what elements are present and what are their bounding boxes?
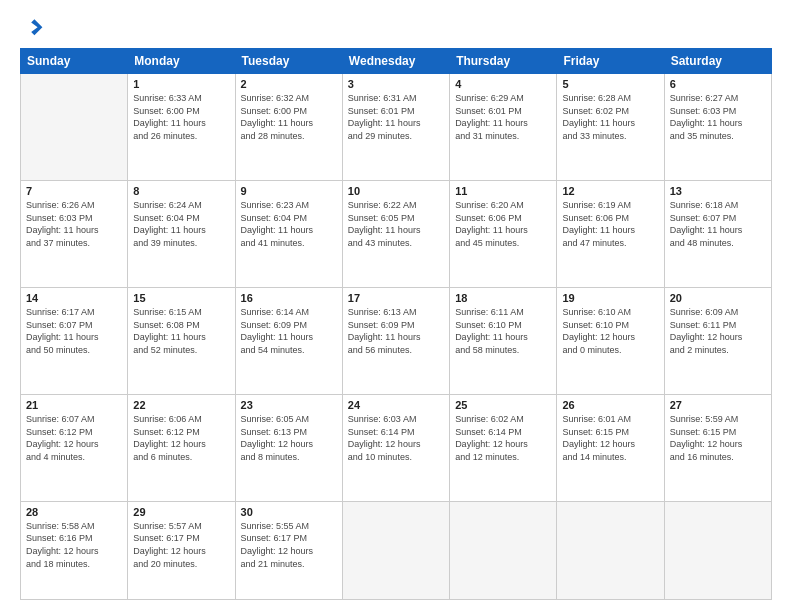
calendar-cell: 5Sunrise: 6:28 AM Sunset: 6:02 PM Daylig… [557,74,664,181]
column-header-monday: Monday [128,49,235,74]
calendar-cell: 16Sunrise: 6:14 AM Sunset: 6:09 PM Dayli… [235,287,342,394]
day-number: 10 [348,185,444,197]
calendar-cell: 28Sunrise: 5:58 AM Sunset: 6:16 PM Dayli… [21,501,128,599]
day-number: 14 [26,292,122,304]
calendar-cell: 1Sunrise: 6:33 AM Sunset: 6:00 PM Daylig… [128,74,235,181]
calendar-cell: 7Sunrise: 6:26 AM Sunset: 6:03 PM Daylig… [21,180,128,287]
day-number: 7 [26,185,122,197]
logo-icon [20,16,44,40]
day-info: Sunrise: 6:23 AM Sunset: 6:04 PM Dayligh… [241,199,337,249]
calendar: SundayMondayTuesdayWednesdayThursdayFrid… [20,48,772,600]
calendar-cell: 10Sunrise: 6:22 AM Sunset: 6:05 PM Dayli… [342,180,449,287]
column-header-wednesday: Wednesday [342,49,449,74]
calendar-cell: 6Sunrise: 6:27 AM Sunset: 6:03 PM Daylig… [664,74,771,181]
calendar-cell [557,501,664,599]
calendar-cell: 3Sunrise: 6:31 AM Sunset: 6:01 PM Daylig… [342,74,449,181]
day-number: 8 [133,185,229,197]
day-info: Sunrise: 6:13 AM Sunset: 6:09 PM Dayligh… [348,306,444,356]
logo [20,16,48,40]
day-info: Sunrise: 6:15 AM Sunset: 6:08 PM Dayligh… [133,306,229,356]
day-info: Sunrise: 6:24 AM Sunset: 6:04 PM Dayligh… [133,199,229,249]
day-info: Sunrise: 6:22 AM Sunset: 6:05 PM Dayligh… [348,199,444,249]
column-header-thursday: Thursday [450,49,557,74]
day-number: 15 [133,292,229,304]
day-number: 27 [670,399,766,411]
day-info: Sunrise: 6:02 AM Sunset: 6:14 PM Dayligh… [455,413,551,463]
day-info: Sunrise: 5:55 AM Sunset: 6:17 PM Dayligh… [241,520,337,570]
day-info: Sunrise: 5:57 AM Sunset: 6:17 PM Dayligh… [133,520,229,570]
day-number: 4 [455,78,551,90]
day-info: Sunrise: 6:27 AM Sunset: 6:03 PM Dayligh… [670,92,766,142]
day-info: Sunrise: 5:59 AM Sunset: 6:15 PM Dayligh… [670,413,766,463]
column-header-tuesday: Tuesday [235,49,342,74]
calendar-week-2: 7Sunrise: 6:26 AM Sunset: 6:03 PM Daylig… [21,180,772,287]
header [20,16,772,40]
day-number: 12 [562,185,658,197]
column-header-saturday: Saturday [664,49,771,74]
calendar-header-row: SundayMondayTuesdayWednesdayThursdayFrid… [21,49,772,74]
day-info: Sunrise: 6:29 AM Sunset: 6:01 PM Dayligh… [455,92,551,142]
day-info: Sunrise: 6:07 AM Sunset: 6:12 PM Dayligh… [26,413,122,463]
column-header-friday: Friday [557,49,664,74]
day-info: Sunrise: 6:20 AM Sunset: 6:06 PM Dayligh… [455,199,551,249]
day-info: Sunrise: 6:01 AM Sunset: 6:15 PM Dayligh… [562,413,658,463]
day-info: Sunrise: 6:03 AM Sunset: 6:14 PM Dayligh… [348,413,444,463]
day-number: 26 [562,399,658,411]
day-info: Sunrise: 6:19 AM Sunset: 6:06 PM Dayligh… [562,199,658,249]
calendar-week-4: 21Sunrise: 6:07 AM Sunset: 6:12 PM Dayli… [21,394,772,501]
day-number: 16 [241,292,337,304]
day-info: Sunrise: 6:17 AM Sunset: 6:07 PM Dayligh… [26,306,122,356]
day-number: 23 [241,399,337,411]
day-info: Sunrise: 6:33 AM Sunset: 6:00 PM Dayligh… [133,92,229,142]
calendar-cell: 22Sunrise: 6:06 AM Sunset: 6:12 PM Dayli… [128,394,235,501]
calendar-cell: 17Sunrise: 6:13 AM Sunset: 6:09 PM Dayli… [342,287,449,394]
calendar-cell: 25Sunrise: 6:02 AM Sunset: 6:14 PM Dayli… [450,394,557,501]
calendar-cell: 20Sunrise: 6:09 AM Sunset: 6:11 PM Dayli… [664,287,771,394]
calendar-week-3: 14Sunrise: 6:17 AM Sunset: 6:07 PM Dayli… [21,287,772,394]
day-number: 5 [562,78,658,90]
calendar-cell [342,501,449,599]
calendar-cell: 4Sunrise: 6:29 AM Sunset: 6:01 PM Daylig… [450,74,557,181]
calendar-cell: 14Sunrise: 6:17 AM Sunset: 6:07 PM Dayli… [21,287,128,394]
day-number: 24 [348,399,444,411]
day-number: 9 [241,185,337,197]
day-info: Sunrise: 6:31 AM Sunset: 6:01 PM Dayligh… [348,92,444,142]
day-number: 22 [133,399,229,411]
calendar-cell: 12Sunrise: 6:19 AM Sunset: 6:06 PM Dayli… [557,180,664,287]
column-header-sunday: Sunday [21,49,128,74]
calendar-cell: 23Sunrise: 6:05 AM Sunset: 6:13 PM Dayli… [235,394,342,501]
calendar-cell: 11Sunrise: 6:20 AM Sunset: 6:06 PM Dayli… [450,180,557,287]
calendar-cell: 8Sunrise: 6:24 AM Sunset: 6:04 PM Daylig… [128,180,235,287]
calendar-cell: 26Sunrise: 6:01 AM Sunset: 6:15 PM Dayli… [557,394,664,501]
day-number: 28 [26,506,122,518]
day-info: Sunrise: 6:14 AM Sunset: 6:09 PM Dayligh… [241,306,337,356]
calendar-cell: 30Sunrise: 5:55 AM Sunset: 6:17 PM Dayli… [235,501,342,599]
calendar-cell: 9Sunrise: 6:23 AM Sunset: 6:04 PM Daylig… [235,180,342,287]
page: SundayMondayTuesdayWednesdayThursdayFrid… [0,0,792,612]
calendar-cell [664,501,771,599]
day-number: 21 [26,399,122,411]
svg-marker-0 [31,19,42,35]
day-number: 17 [348,292,444,304]
calendar-cell: 21Sunrise: 6:07 AM Sunset: 6:12 PM Dayli… [21,394,128,501]
day-number: 13 [670,185,766,197]
calendar-cell: 18Sunrise: 6:11 AM Sunset: 6:10 PM Dayli… [450,287,557,394]
day-info: Sunrise: 6:26 AM Sunset: 6:03 PM Dayligh… [26,199,122,249]
calendar-cell: 13Sunrise: 6:18 AM Sunset: 6:07 PM Dayli… [664,180,771,287]
day-number: 18 [455,292,551,304]
day-info: Sunrise: 6:09 AM Sunset: 6:11 PM Dayligh… [670,306,766,356]
day-number: 25 [455,399,551,411]
day-number: 11 [455,185,551,197]
day-info: Sunrise: 6:18 AM Sunset: 6:07 PM Dayligh… [670,199,766,249]
calendar-cell: 24Sunrise: 6:03 AM Sunset: 6:14 PM Dayli… [342,394,449,501]
calendar-cell: 15Sunrise: 6:15 AM Sunset: 6:08 PM Dayli… [128,287,235,394]
day-number: 2 [241,78,337,90]
day-info: Sunrise: 6:06 AM Sunset: 6:12 PM Dayligh… [133,413,229,463]
calendar-cell [21,74,128,181]
day-info: Sunrise: 6:05 AM Sunset: 6:13 PM Dayligh… [241,413,337,463]
day-info: Sunrise: 5:58 AM Sunset: 6:16 PM Dayligh… [26,520,122,570]
calendar-cell: 19Sunrise: 6:10 AM Sunset: 6:10 PM Dayli… [557,287,664,394]
calendar-cell [450,501,557,599]
day-info: Sunrise: 6:10 AM Sunset: 6:10 PM Dayligh… [562,306,658,356]
day-number: 6 [670,78,766,90]
